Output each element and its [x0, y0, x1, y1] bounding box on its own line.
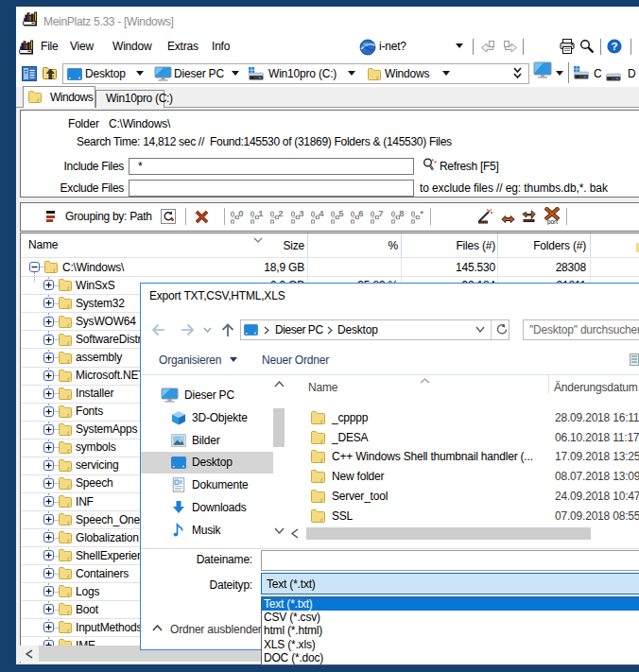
svg-text:6: 6 — [358, 209, 363, 218]
svg-text:8: 8 — [399, 209, 404, 218]
svg-text:?: ? — [611, 41, 617, 52]
svg-text:3: 3 — [299, 209, 303, 218]
svg-text:port: port — [547, 218, 558, 226]
svg-text:1: 1 — [258, 209, 264, 218]
svg-text:2: 2 — [278, 209, 283, 218]
svg-text:5: 5 — [338, 209, 344, 218]
svg-text:*: * — [434, 159, 437, 167]
svg-text:4: 4 — [319, 209, 324, 218]
svg-text:0: 0 — [238, 209, 243, 218]
svg-text:7: 7 — [378, 209, 383, 218]
svg-text:*: * — [420, 209, 423, 218]
